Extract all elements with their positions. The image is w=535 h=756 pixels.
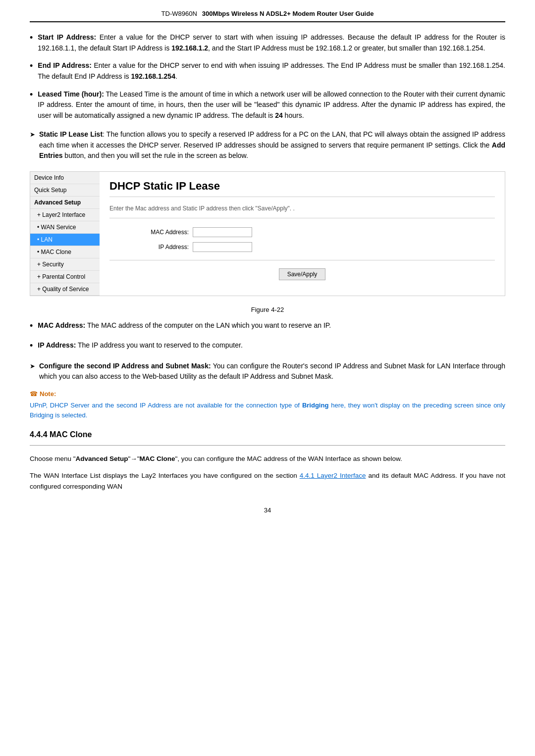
ip-value-start: 192.168.1.2	[171, 44, 208, 52]
figure-caption: Figure 4-22	[30, 306, 505, 313]
arrow-icon: ➤	[30, 361, 35, 371]
mac-clone-ref: MAC Clone	[139, 455, 175, 462]
ip-value-end: 192.168.1.254	[131, 72, 175, 80]
dhcp-instruction: Enter the Mac address and Static IP addr…	[109, 205, 495, 218]
sidebar-item-quick-setup[interactable]: Quick Setup	[30, 184, 100, 197]
figure-container: Device Info Quick Setup Advanced Setup +…	[30, 171, 505, 296]
post-figure-bullet-list: MAC Address: The MAC address of the comp…	[30, 320, 505, 353]
list-item-content: Start IP Address: Enter a value for the …	[38, 32, 505, 53]
dhcp-title: DHCP Static IP Lease	[109, 180, 495, 197]
leased-time-value: 24	[275, 111, 283, 119]
note-label: ☎ Note:	[30, 390, 505, 398]
note-section: ☎ Note: UPnP, DHCP Server and the second…	[30, 390, 505, 420]
sidebar-item-lan[interactable]: • LAN	[30, 234, 100, 246]
sidebar-item-quality-of-service[interactable]: + Quality of Service	[30, 283, 100, 296]
save-apply-button[interactable]: Save/Apply	[279, 268, 326, 280]
note-text: UPnP, DHCP Server and the second IP Addr…	[30, 401, 505, 420]
section-heading-444: 4.4.4 MAC Clone	[30, 430, 505, 439]
mac-address-label: MAC Address:	[139, 229, 189, 236]
model-number: TD-W8960N	[161, 10, 197, 17]
ip-address-bullet-label: IP Address:	[38, 341, 76, 349]
section-divider	[30, 445, 505, 446]
sidebar-item-mac-clone[interactable]: • MAC Clone	[30, 246, 100, 258]
document-title: 300Mbps Wireless N ADSL2+ Modem Router U…	[202, 10, 374, 17]
mac-address-bullet-label: MAC Address:	[38, 321, 85, 329]
list-item-content: IP Address: The IP address you want to r…	[38, 340, 242, 351]
ip-address-label: IP Address:	[139, 244, 189, 251]
page-container: TD-W8960N 300Mbps Wireless N ADSL2+ Mode…	[0, 0, 535, 524]
form-divider	[109, 260, 495, 260]
note-phone-icon: ☎	[30, 390, 38, 398]
configure-content: Configure the second IP Address and Subn…	[39, 361, 505, 382]
note-keyword: Note:	[40, 390, 56, 398]
mac-address-row: MAC Address:	[109, 227, 495, 237]
list-item-content: End IP Address: Enter a value for the DH…	[38, 60, 505, 82]
configure-label: Configure the second IP Address and Subn…	[39, 362, 211, 370]
arrow-icon: ➤	[30, 130, 35, 140]
configure-arrow-item: ➤ Configure the second IP Address and Su…	[30, 361, 505, 382]
mac-address-input[interactable]	[193, 227, 252, 237]
list-item: Start IP Address: Enter a value for the …	[30, 32, 505, 53]
list-item-content: MAC Address: The MAC address of the comp…	[38, 320, 331, 331]
save-button-row: Save/Apply	[109, 268, 495, 280]
layer2-link[interactable]: 4.4.1 Layer2 Interface	[300, 472, 366, 479]
bridging-label: Bridging	[302, 402, 328, 409]
ip-address-row: IP Address:	[109, 242, 495, 252]
list-item-label: End IP Address:	[38, 61, 92, 69]
sidebar-item-device-info[interactable]: Device Info	[30, 172, 100, 184]
page-number: 34	[30, 506, 505, 514]
arrow-content: Static IP Lease List: The function allow…	[39, 129, 505, 161]
sidebar-item-parental-control[interactable]: + Parental Control	[30, 271, 100, 283]
list-item: IP Address: The IP address you want to r…	[30, 340, 505, 353]
add-entries-label: Add Entries	[39, 141, 505, 160]
sidebar-item-advanced-setup[interactable]: Advanced Setup	[30, 197, 100, 209]
section-para-2: The WAN Interface List displays the Lay2…	[30, 470, 505, 492]
ip-address-input[interactable]	[193, 242, 252, 252]
section-para-1: Choose menu "Advanced Setup"→"MAC Clone"…	[30, 454, 505, 464]
list-item-label: Leased Time (hour):	[38, 90, 104, 98]
advanced-setup-ref: Advanced Setup	[76, 455, 128, 462]
static-ip-label: Static IP Lease List	[39, 130, 103, 138]
sidebar: Device Info Quick Setup Advanced Setup +…	[30, 172, 100, 296]
list-item-content: Leased Time (hour): The Leased Time is t…	[38, 89, 505, 121]
sidebar-item-layer2[interactable]: + Layer2 Interface	[30, 209, 100, 221]
page-header: TD-W8960N 300Mbps Wireless N ADSL2+ Mode…	[30, 10, 505, 22]
dhcp-panel: DHCP Static IP Lease Enter the Mac addre…	[100, 172, 505, 296]
list-item: Leased Time (hour): The Leased Time is t…	[30, 89, 505, 121]
list-item: MAC Address: The MAC address of the comp…	[30, 320, 505, 333]
arrow-item: ➤ Static IP Lease List: The function all…	[30, 129, 505, 161]
sidebar-item-security[interactable]: + Security	[30, 258, 100, 271]
list-item-label: Start IP Address:	[38, 33, 96, 41]
sidebar-item-wan-service[interactable]: • WAN Service	[30, 221, 100, 234]
bullet-list: Start IP Address: Enter a value for the …	[30, 32, 505, 121]
list-item: End IP Address: Enter a value for the DH…	[30, 60, 505, 82]
